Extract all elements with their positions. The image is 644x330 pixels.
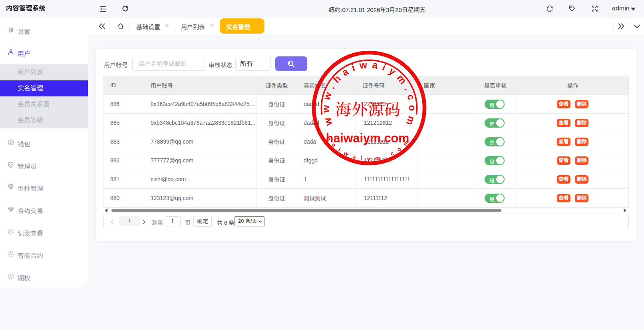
svg-text:haiwaiym.com: haiwaiym.com (326, 131, 409, 145)
svg-text:www.haiwaiym.com: www.haiwaiym.com (320, 59, 418, 131)
svg-text:S: S (10, 140, 12, 144)
svg-text:海外源码: 海外源码 (335, 97, 401, 120)
